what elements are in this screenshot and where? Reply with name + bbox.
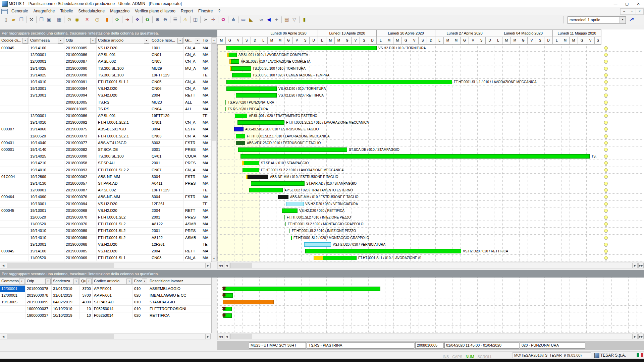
cell[interactable]: MA — [201, 207, 211, 214]
cell[interactable]: 2019000090 — [64, 65, 97, 72]
cell[interactable]: 2019000094 — [64, 92, 97, 99]
cell[interactable]: 2019000073 — [64, 133, 97, 140]
column-header-scadenza[interactable]: Scadenza▼ — [52, 278, 80, 285]
clip-icon[interactable]: ▮ — [103, 16, 111, 23]
cell[interactable]: AP.SL.001 — [97, 52, 150, 58]
gantt-bar[interactable] — [251, 181, 305, 186]
cell[interactable]: 19/14100 — [29, 248, 64, 255]
filter-icon[interactable]: ▼ — [45, 279, 51, 284]
cell[interactable]: 19FTT129 — [150, 113, 184, 119]
cell[interactable]: 3001 — [150, 146, 184, 153]
table-row[interactable]: 19/140102019000091FT.HT.0001.SL1.1CN05CN… — [0, 79, 211, 85]
cell[interactable]: 11/00520 — [29, 221, 64, 228]
table-row[interactable]: 00004519/130012019000068VS.H2.D202004RET… — [0, 207, 211, 214]
cell[interactable]: 2019000070 — [64, 214, 97, 221]
cell[interactable] — [0, 99, 29, 106]
cell[interactable]: 2019000090 — [64, 72, 97, 79]
table-row[interactable]: 19/140102019000089FT.HT.0001.SL2A8122ASM… — [0, 235, 211, 241]
table-row[interactable]: 12/000012019000087AP.SL.002CN03CN_AMA — [0, 58, 211, 65]
table-row[interactable]: 00046419/140902019000076ABS-NE-MM3004EST… — [0, 194, 211, 200]
cell[interactable]: 010 — [133, 306, 148, 312]
cell[interactable]: 2001 — [150, 214, 184, 221]
gantt-bar[interactable] — [284, 215, 285, 220]
scroll-left-icon[interactable]: ◀ — [1, 334, 6, 339]
cell[interactable] — [0, 241, 29, 248]
cell[interactable]: 2019000085 — [64, 248, 97, 255]
alarm-bulb-icon[interactable] — [604, 46, 608, 50]
lower-table-hscrollbar[interactable]: ◀ ▶ — [0, 333, 211, 340]
cell[interactable]: 2019000093 — [64, 167, 97, 174]
cell[interactable]: CN03 — [150, 255, 184, 261]
cell[interactable]: 2019000087 — [64, 187, 97, 194]
cell[interactable]: MA — [201, 92, 211, 99]
menu-erificapianodilavoro[interactable]: Verifica piano di lavoro — [132, 7, 178, 15]
gantt-bar[interactable] — [237, 120, 284, 125]
scroll-right-icon[interactable]: ▶ — [205, 334, 211, 339]
alarm-bulb-icon[interactable] — [604, 107, 608, 111]
cell[interactable] — [184, 72, 201, 79]
cell[interactable]: 19/14010 — [29, 228, 64, 234]
cell[interactable]: 2019000082 — [64, 146, 97, 153]
column-header-commessa[interactable]: Commessa▼ — [29, 37, 64, 44]
cell[interactable]: CN05 — [150, 79, 184, 85]
lower-group-hint[interactable]: Per raggruppare secondo una colonna, tra… — [0, 270, 644, 278]
cell[interactable]: MA — [201, 194, 211, 200]
cell[interactable]: A8122 — [150, 235, 184, 241]
cell[interactable]: 19/12899 — [29, 174, 64, 180]
menu-inestre[interactable]: Finestre — [196, 7, 215, 15]
cell[interactable]: ALL — [184, 99, 201, 106]
cell[interactable]: VS.H2.D20 — [97, 45, 150, 52]
cell[interactable]: QP01 — [150, 153, 184, 160]
cell[interactable]: CQUA — [184, 153, 201, 160]
bucket-icon[interactable]: ◣ — [247, 16, 255, 23]
refresh-document-icon[interactable]: ⟳ — [113, 16, 121, 23]
cell[interactable] — [0, 228, 29, 234]
column-header-qu[interactable]: Qu...▼ — [80, 278, 93, 285]
cell[interactable]: 19/13001 — [29, 85, 64, 92]
cell[interactable]: 2019000078 — [25, 292, 52, 299]
cell[interactable]: MA — [201, 160, 211, 167]
cell[interactable]: 000045 — [0, 248, 29, 255]
cell[interactable]: MA — [201, 106, 211, 113]
cell[interactable]: ST.SP.AU — [97, 160, 150, 167]
scrollbar-thumb[interactable] — [7, 334, 114, 339]
clock-icon[interactable]: ◷ — [93, 16, 101, 23]
cell[interactable]: 19/13001 — [29, 92, 64, 99]
scroll-far-left-icon[interactable]: ◀◀ — [218, 263, 223, 268]
table-row[interactable]: 00004519/141002019000085VS.H2.D202004RET… — [0, 248, 211, 255]
cell[interactable]: FT.HT.0001.SL2.1 — [97, 119, 150, 126]
cell[interactable] — [0, 235, 29, 241]
chevron-down-icon[interactable]: ▼ — [620, 17, 626, 23]
cell[interactable] — [0, 58, 29, 65]
cell[interactable] — [29, 99, 64, 106]
table-row[interactable]: 12/00001201900007831/01/20193700AP.PF.00… — [0, 286, 211, 292]
scroll-right-icon[interactable]: ▶ — [632, 263, 638, 268]
cell[interactable]: 3004 — [150, 126, 184, 133]
cell[interactable]: 12/00001 — [0, 286, 25, 292]
scrollbar-thumb[interactable] — [7, 263, 114, 268]
cell[interactable] — [0, 312, 25, 319]
gantt-bar[interactable] — [244, 161, 259, 165]
maximize-button[interactable]: ▢ — [621, 0, 633, 7]
cell[interactable]: MA — [201, 167, 211, 174]
column-header-gr[interactable]: Gr...▼ — [184, 37, 201, 44]
gantt-bar[interactable] — [226, 46, 377, 50]
cell[interactable]: 2004 — [150, 92, 184, 99]
cell[interactable]: ASMB — [184, 221, 201, 228]
alarm-bulb-icon[interactable] — [604, 53, 608, 57]
cell[interactable]: A8122 — [150, 221, 184, 228]
table-row[interactable]: 19/13005201900009504/02/20194000ST.PAR.A… — [0, 299, 211, 306]
scroll-up-icon[interactable]: ▲ — [212, 38, 216, 43]
cell[interactable]: 000464 — [0, 194, 29, 200]
cell[interactable]: MA — [201, 153, 211, 160]
table-row[interactable]: 19/140102019000093FT.HT.0001.SL2.2CN07CN… — [0, 167, 211, 174]
cell[interactable]: 2019000075 — [64, 126, 97, 133]
gantt-bar[interactable] — [236, 134, 245, 138]
cell[interactable] — [0, 221, 29, 228]
cell[interactable]: ST.PAR.AD — [93, 299, 133, 306]
cell[interactable]: 2019000085 — [64, 45, 97, 52]
column-header-codicearticolo[interactable]: Codice articolo▼ — [97, 37, 150, 44]
cell[interactable]: 2019000089 — [64, 228, 97, 234]
cell[interactable]: 2019000091 — [64, 79, 97, 85]
gantt-bar[interactable] — [226, 86, 277, 91]
